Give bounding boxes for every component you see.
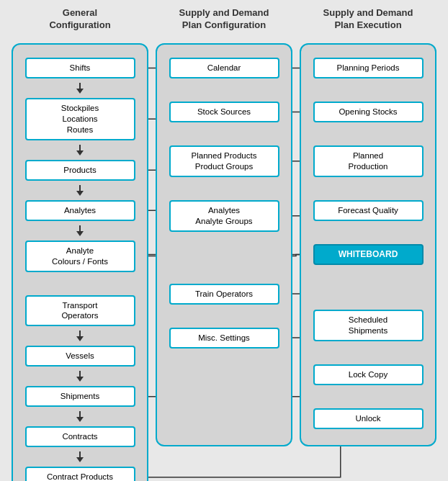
column-general: GeneralConfiguration Shifts StockpilesLo…: [12, 7, 148, 481]
node-opening-stocks[interactable]: Opening Stocks: [313, 102, 424, 122]
col-general-body: Shifts StockpilesLocationsRoutes Product…: [12, 43, 148, 481]
node-misc-settings[interactable]: Misc. Settings: [169, 328, 279, 349]
col-exec-header: Supply and DemandPlan Execution: [300, 7, 436, 36]
col-config-body: Calendar Stock Sources Planned ProductsP…: [156, 43, 292, 446]
col-general-header: GeneralConfiguration: [12, 7, 148, 36]
node-shipments[interactable]: Shipments: [25, 386, 135, 407]
node-vessels[interactable]: Vessels: [25, 346, 135, 367]
node-transport-operators[interactable]: TransportOperators: [25, 295, 135, 327]
col-exec-body: Planning Periods Opening Stocks PlannedP…: [300, 43, 436, 446]
col-config-header: Supply and DemandPlan Configuration: [156, 7, 292, 36]
node-analytes[interactable]: Analytes: [25, 200, 135, 221]
node-calendar[interactable]: Calendar: [169, 58, 279, 78]
node-planning-periods[interactable]: Planning Periods: [313, 58, 424, 78]
node-stockpiles[interactable]: StockpilesLocationsRoutes: [25, 98, 135, 140]
node-products[interactable]: Products: [25, 160, 135, 181]
node-planned-production[interactable]: PlannedProduction: [313, 145, 424, 177]
node-whiteboard[interactable]: WHITEBOARD: [313, 244, 424, 266]
node-lock-copy[interactable]: Lock Copy: [313, 364, 424, 385]
column-exec: Supply and DemandPlan Execution Planning…: [300, 7, 436, 481]
diagram: GeneralConfiguration Shifts StockpilesLo…: [4, 0, 444, 481]
node-contract-products[interactable]: Contract Products: [25, 467, 135, 481]
node-unlock[interactable]: Unlock: [313, 408, 424, 429]
node-forecast-quality[interactable]: Forecast Quality: [313, 200, 424, 221]
node-analytes-groups[interactable]: AnalytesAnalyte Groups: [169, 200, 279, 232]
node-analyte-colours[interactable]: AnalyteColours / Fonts: [25, 240, 135, 272]
node-stock-sources[interactable]: Stock Sources: [169, 102, 279, 122]
node-scheduled-shipments[interactable]: ScheduledShipments: [313, 310, 424, 341]
node-planned-products[interactable]: Planned ProductsProduct Groups: [169, 145, 279, 177]
column-config: Supply and DemandPlan Configuration Cale…: [156, 7, 292, 481]
node-shifts[interactable]: Shifts: [25, 58, 135, 78]
node-train-operators[interactable]: Train Operators: [169, 284, 279, 305]
node-contracts[interactable]: Contracts: [25, 426, 135, 447]
